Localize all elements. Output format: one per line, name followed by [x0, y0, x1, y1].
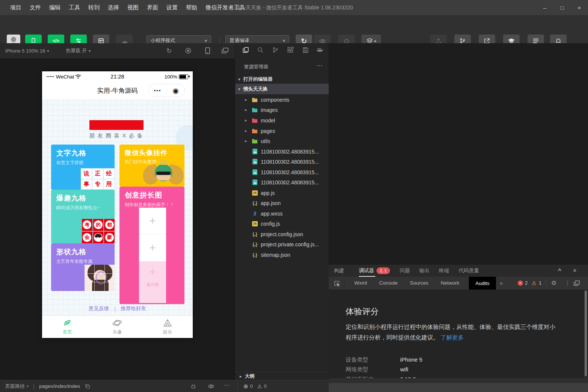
files-view-button[interactable] — [240, 44, 251, 56]
tree-item-file[interactable]: {..} project.config.json — [235, 229, 329, 239]
devtools-tab-audits[interactable]: Audits — [469, 277, 496, 289]
menu-item-goto[interactable]: 转到 — [84, 0, 104, 15]
panel-close-button[interactable]: × — [573, 265, 576, 277]
tab-build[interactable]: 构建 — [334, 265, 344, 277]
page-path-label[interactable]: 页面路径 — [5, 383, 25, 390]
tree-item-file[interactable]: JS app.js — [235, 188, 329, 198]
save-disk-icon — [302, 47, 309, 53]
restart-button[interactable]: ↻ — [165, 46, 174, 55]
menu-item-select[interactable]: 选择 — [104, 0, 123, 15]
exit-miniprogram-button[interactable]: ◉ — [167, 86, 184, 95]
menu-item-help[interactable]: 帮助 — [182, 0, 201, 15]
minimize-button[interactable]: – — [536, 0, 553, 15]
tab-output[interactable]: 输出 — [419, 265, 429, 277]
devtools-tab-console[interactable]: Console — [379, 277, 398, 289]
devtools-kebab-icon[interactable]: ⋮ — [565, 277, 570, 289]
tree-item-folder[interactable]: ▸ model — [235, 115, 329, 125]
scrollbar-thumb[interactable] — [585, 291, 587, 376]
menu-item-tools[interactable]: 工具 — [65, 0, 84, 15]
undock-button[interactable] — [572, 279, 581, 287]
tab-entertainment-label: 娱乐 — [153, 329, 183, 335]
tree-item-file[interactable]: 3 app.wxss — [235, 208, 329, 219]
audits-title: 体验评分 — [346, 306, 379, 317]
eye-icon — [208, 383, 215, 390]
tree-item-folder[interactable]: ▸ images — [235, 105, 329, 115]
close-button[interactable]: × — [571, 0, 588, 15]
explorer-header: 资源管理器 ⋯ — [235, 60, 329, 73]
tree-item-folder[interactable]: ▸ pages — [235, 126, 329, 136]
learn-more-link[interactable]: 了解更多 — [440, 334, 464, 341]
field-network-value: wifi — [400, 366, 408, 372]
stop-button[interactable] — [184, 46, 193, 55]
more-icon[interactable]: ⋯ — [316, 62, 322, 69]
tree-item-file[interactable]: 1108100302.48083915... — [235, 167, 329, 177]
banner-image[interactable] — [89, 120, 144, 130]
menu-item-file[interactable]: 文件 — [26, 0, 45, 15]
source-control-view-button[interactable] — [270, 44, 281, 56]
tab-problems[interactable]: 问题 — [400, 265, 410, 277]
horizontal-scrollbar[interactable] — [329, 378, 588, 383]
search-view-button[interactable] — [255, 44, 266, 56]
title-bar: 项目 文件 编辑 工具 转到 选择 视图 界面 设置 帮助 微信开发者工具 情头… — [0, 0, 588, 15]
card-shape-grid[interactable]: 形状九格 文艺青年发图专属 — [51, 243, 115, 291]
more-menu-button[interactable]: ••• — [149, 88, 166, 93]
hot-reload-toggle[interactable]: 热重载 开 ▾ — [66, 47, 91, 54]
refresh-icon: ↻ — [166, 47, 172, 55]
maximize-button[interactable]: □ — [553, 0, 571, 15]
tab-entertainment[interactable]: 娱乐 — [153, 318, 183, 335]
vertical-scrollbar[interactable] — [584, 290, 587, 378]
tab-code-quality[interactable]: 代码质量 — [459, 265, 479, 277]
devtools-tab-wxml[interactable]: Wxml — [354, 277, 367, 289]
tree-item-file[interactable]: {..} project.private.config.js... — [235, 239, 329, 249]
tree-item-folder[interactable]: ▸ components — [235, 95, 329, 105]
extensions-view-button[interactable] — [285, 44, 296, 56]
device-frame-button[interactable] — [203, 46, 212, 55]
multi-window-button[interactable] — [221, 46, 230, 55]
tree-item-file[interactable]: {..} sitemap.json — [235, 250, 329, 260]
menu-item-settings[interactable]: 设置 — [162, 0, 182, 15]
tree-open-icon: ▾ — [238, 87, 240, 92]
recommend-link[interactable]: 推荐给好友 — [121, 305, 147, 312]
copy-path-button[interactable] — [84, 383, 91, 390]
visibility-button[interactable] — [207, 382, 216, 390]
editor-area[interactable] — [329, 43, 588, 265]
tree-item-file[interactable]: {..} app.json — [235, 198, 329, 208]
devtools-settings-icon[interactable]: ⚙ — [551, 277, 556, 289]
search-icon — [257, 47, 264, 53]
debug-toggle-button[interactable] — [189, 382, 198, 390]
pipe-divider: | — [114, 306, 116, 312]
card-fun-grid[interactable]: 爆趣九格 瞬间成为朋友圈焦点~ 考 的 都 会 蒙 — [51, 190, 115, 243]
card-long-image[interactable]: 创意拼长图 制作创意多图的高手！！ + + + 展示图 — [119, 187, 184, 304]
storage-view-button[interactable] — [300, 44, 311, 56]
feedback-link[interactable]: 意见反馈 — [89, 305, 109, 312]
inspect-element-button[interactable] — [332, 279, 342, 288]
menu-item-interface[interactable]: 界面 — [143, 0, 162, 15]
tab-debugger[interactable]: 调试器 — [359, 265, 374, 277]
card-text-grid[interactable]: 文字九格 创意文字拼图 说正经 事专用 — [51, 145, 115, 190]
tab-avatar[interactable]: 头像 — [102, 318, 132, 335]
device-selector[interactable]: iPhone 5 100% 16 ▾ — [5, 48, 49, 54]
section-open-editors[interactable]: ▾ 打开的编辑器 — [235, 75, 329, 84]
horizontal-scrollbar-track[interactable] — [329, 383, 588, 392]
tab-home[interactable]: 首页 — [52, 318, 82, 335]
stop-icon — [185, 47, 192, 54]
tree-item-folder[interactable]: ▸ utils — [235, 136, 329, 146]
menu-item-view[interactable]: 视图 — [123, 0, 143, 15]
tree-item-file[interactable]: JS config.js — [235, 219, 329, 229]
menu-item-project[interactable]: 项目 — [6, 0, 26, 15]
section-project-root[interactable]: ▾ 情头天天换 — [235, 84, 329, 94]
whale-view-button[interactable] — [314, 44, 325, 56]
menu-item-edit[interactable]: 编辑 — [45, 0, 65, 15]
tree-item-file[interactable]: 1108100302.48083915... — [235, 177, 329, 187]
tree-item-file[interactable]: 1108100302.48083915... — [235, 146, 329, 157]
devtools-tab-sources[interactable]: Sources — [410, 277, 429, 289]
more-tabs-chevron[interactable]: » — [500, 277, 503, 289]
tab-terminal[interactable]: 终端 — [439, 265, 449, 277]
tree-item-file[interactable]: 1108100302.48083915... — [235, 157, 329, 167]
card-avatar-pendant[interactable]: 微信头像挂件 热门挂件免费用~ — [119, 145, 184, 187]
undock-window-icon — [574, 280, 580, 286]
statusbar-more-icon[interactable]: ⋯ — [224, 381, 230, 389]
panel-collapse-button[interactable]: ^ — [558, 265, 561, 277]
section-outline[interactable]: ▸ 大纲 — [235, 372, 329, 380]
devtools-tab-network[interactable]: Network — [441, 277, 460, 289]
